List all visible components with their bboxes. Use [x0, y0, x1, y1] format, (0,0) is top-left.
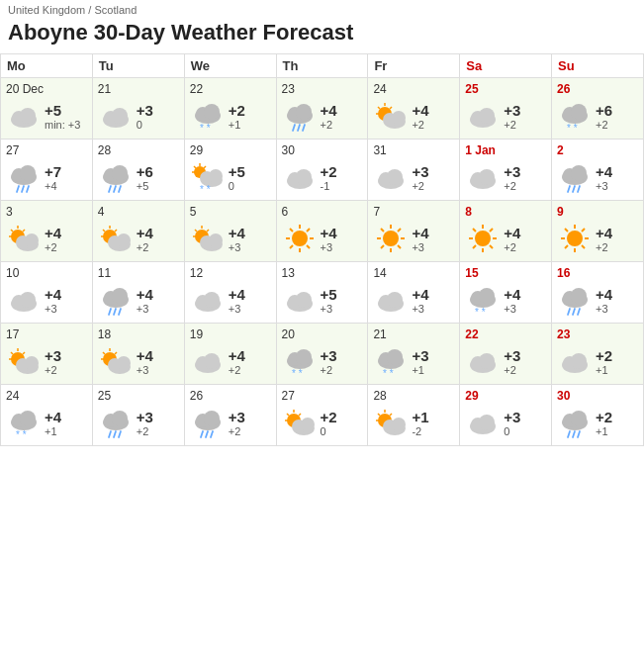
temp-main: +4	[137, 286, 153, 303]
day-cell[interactable]: 24+4+2	[368, 78, 460, 140]
week-row: 24+4+125+3+226+3+227+2028+1-229+3030+2+1	[1, 385, 644, 446]
day-cell[interactable]: 27+7+4	[1, 140, 93, 201]
day-cell[interactable]: 26+6+2	[552, 78, 644, 140]
day-cell[interactable]: 14+4+3	[368, 262, 460, 324]
day-cell[interactable]: 22+2+1	[184, 78, 276, 140]
temp-sub: +3	[504, 303, 516, 315]
day-cell-inner: +4+3	[6, 282, 87, 318]
day-cell[interactable]: 28+1-2	[368, 385, 460, 446]
day-number: 21	[98, 82, 179, 96]
day-number: 9	[557, 205, 638, 219]
day-number: 5	[190, 205, 271, 219]
day-number: 29	[465, 389, 546, 403]
day-cell[interactable]: 15+4+3	[460, 262, 552, 324]
day-cell[interactable]: 31+3+2	[368, 140, 460, 201]
day-cell[interactable]: 29+50	[184, 140, 276, 201]
day-number: 24	[6, 389, 87, 403]
day-cell[interactable]: 11+4+3	[92, 262, 184, 324]
temp-block: +4+3	[229, 225, 245, 253]
day-cell-inner: +20	[282, 405, 363, 440]
temp-main: +3	[412, 347, 428, 364]
day-cell[interactable]: 16+4+3	[552, 262, 644, 324]
day-cell[interactable]: 22+3+2	[460, 324, 552, 385]
day-cell[interactable]: 13+5+3	[276, 262, 368, 324]
day-cell-inner: +2+1	[557, 343, 638, 379]
temp-main: +4	[412, 225, 428, 241]
temp-sub: +2	[412, 180, 424, 192]
day-cell[interactable]: 1 Jan+3+2	[460, 140, 552, 201]
day-cell[interactable]: 23+4+2	[276, 78, 368, 140]
temp-block: +50	[229, 163, 245, 192]
day-cell[interactable]: 27+20	[276, 385, 368, 446]
temp-main: +5	[229, 163, 245, 180]
temp-sub: +2	[412, 119, 424, 131]
day-cell[interactable]: 30+2-1	[276, 140, 368, 201]
temp-sub: +3	[321, 303, 333, 315]
temp-sub: +2	[229, 364, 241, 376]
day-number: 28	[373, 389, 454, 403]
day-cell-inner: +4+2	[373, 98, 454, 134]
day-cell[interactable]: 28+6+5	[92, 140, 184, 201]
day-cell[interactable]: 29+30	[460, 385, 552, 446]
temp-block: +4+3	[45, 286, 61, 315]
day-cell-inner: +4+2	[98, 221, 179, 256]
day-cell-inner: +4+2	[282, 98, 363, 134]
day-cell[interactable]: 17+3+2	[1, 324, 93, 385]
temp-main: +5	[45, 102, 61, 119]
temp-block: +3+2	[504, 347, 520, 376]
day-cell[interactable]: 19+4+2	[184, 324, 276, 385]
day-cell[interactable]: 7+4+3	[368, 201, 460, 262]
day-cell[interactable]: 20+3+2	[276, 324, 368, 385]
day-cell[interactable]: 6+4+3	[276, 201, 368, 262]
temp-main: +2	[321, 409, 337, 425]
week-row: 27+7+428+6+529+5030+2-131+3+21 Jan+3+22+…	[1, 140, 644, 201]
day-number: 30	[557, 389, 638, 403]
day-cell[interactable]: 21+30	[92, 78, 184, 140]
temp-block: +4+3	[229, 286, 245, 315]
day-number: 12	[190, 266, 271, 280]
day-cell[interactable]: 10+4+3	[1, 262, 93, 324]
day-number: 29	[190, 143, 271, 157]
day-cell-inner: +2-1	[282, 159, 363, 195]
day-cell[interactable]: 5+4+3	[184, 201, 276, 262]
day-cell[interactable]: 3+4+2	[1, 201, 93, 262]
day-number: 22	[190, 82, 271, 96]
temp-main: +4	[137, 347, 153, 364]
temp-main: +7	[45, 163, 61, 180]
day-cell[interactable]: 26+3+2	[184, 385, 276, 446]
day-cell[interactable]: 12+4+3	[184, 262, 276, 324]
temp-block: +3+2	[45, 347, 61, 376]
day-cell[interactable]: 21+3+1	[368, 324, 460, 385]
temp-block: +4+3	[137, 286, 153, 315]
day-cell[interactable]: 23+2+1	[552, 324, 644, 385]
day-cell[interactable]: 25+3+2	[92, 385, 184, 446]
day-cell[interactable]: 2+4+3	[552, 140, 644, 201]
temp-main: +6	[596, 102, 612, 119]
temp-main: +6	[137, 163, 153, 180]
day-cell[interactable]: 30+2+1	[552, 385, 644, 446]
temp-sub: +2	[321, 364, 333, 376]
day-number: 27	[6, 143, 87, 157]
forecast-table: MoTuWeThFrSaSu 20 Dec+5min: +321+3022+2+…	[0, 53, 644, 446]
day-cell-inner: +30	[98, 98, 179, 134]
temp-sub: +3	[45, 303, 57, 315]
day-cell[interactable]: 4+4+2	[92, 201, 184, 262]
temp-sub: +1	[596, 425, 608, 437]
temp-block: +4+2	[229, 347, 245, 376]
day-cell[interactable]: 18+4+3	[92, 324, 184, 385]
day-cell[interactable]: 24+4+1	[1, 385, 93, 446]
day-number: 15	[465, 266, 546, 280]
temp-main: +2	[596, 347, 612, 364]
temp-block: +1-2	[412, 409, 428, 437]
temp-main: +3	[504, 409, 520, 425]
day-cell-inner: +4+3	[98, 343, 179, 379]
temp-main: +3	[504, 163, 520, 180]
day-cell[interactable]: 20 Dec+5min: +3	[1, 78, 93, 140]
day-cell[interactable]: 9+4+2	[552, 201, 644, 262]
week-row: 10+4+311+4+312+4+313+5+314+4+315+4+316+4…	[1, 262, 644, 324]
day-cell[interactable]: 25+3+2	[460, 78, 552, 140]
day-number: 27	[282, 389, 363, 403]
day-cell-inner: +4+2	[557, 221, 638, 256]
day-cell[interactable]: 8+4+2	[460, 201, 552, 262]
day-number: 26	[190, 389, 271, 403]
